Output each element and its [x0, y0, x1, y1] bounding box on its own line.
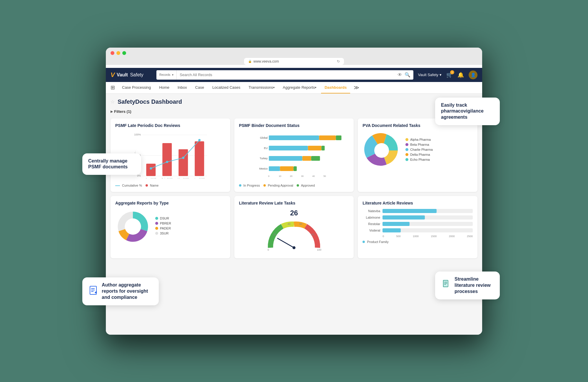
minimize-dot[interactable] [116, 51, 120, 55]
cart-badge: 1 [450, 70, 454, 74]
svg-rect-39 [269, 156, 302, 161]
svg-rect-19 [195, 141, 204, 176]
callout-bottom-right: Streamline literature review processes [435, 272, 500, 299]
svg-text:40: 40 [312, 175, 315, 177]
bar-row-restolar: Restolar [363, 222, 473, 226]
nav-item-inbox[interactable]: Inbox [174, 82, 191, 93]
logo-area: V Vault Safety [111, 71, 152, 79]
bar-fill-restolar [382, 222, 410, 226]
close-dot[interactable] [111, 51, 114, 55]
chart1-legend: Cumulative % Name [115, 184, 225, 187]
nav-more-icon[interactable]: ≫ [351, 84, 362, 91]
browser-dots [111, 51, 477, 55]
search-icon[interactable]: 🔍 [405, 72, 410, 78]
horiz-bar-chart: Natevba Labrinone [363, 209, 473, 238]
nav-item-transmissions[interactable]: Transmissions [245, 82, 278, 93]
x-tick-2500: 2500 [467, 235, 473, 238]
bar-bg-labrinone [382, 215, 473, 220]
callout-bottom-left: Author aggregate reports for oversight a… [82, 277, 159, 305]
legend-delta: Delta Pharma [405, 153, 432, 156]
records-label: Records [159, 73, 170, 76]
donut-area: DSUR PBRER PADER [115, 209, 225, 244]
pie-chart-area: Alpha Pharma Beta Pharma Charlie Pharma [363, 131, 473, 170]
svg-text:Mar 2025: Mar 2025 [178, 177, 189, 178]
legend-product-family: Product Family [363, 240, 388, 244]
bar-fill-natevba [382, 209, 437, 213]
bar-row-labrinone: Labrinone [363, 215, 473, 220]
legend-pending: Pending Approval [263, 184, 293, 187]
dashboard-title: SafetyDocs Dashboard [118, 98, 182, 105]
edit-document-icon [88, 285, 99, 298]
bar-fill-labrinone [382, 215, 425, 220]
browser-chrome: 🔒 www.veeva.com ↻ [106, 48, 482, 65]
bar-label-natevba: Natevba [363, 209, 380, 213]
nav-item-case-processing[interactable]: Case Processing [118, 82, 154, 93]
nav-item-home[interactable]: Home [156, 82, 173, 93]
svg-text:40: 40 [288, 222, 290, 225]
vault-logo-v: V [111, 71, 115, 79]
bar-label-voderal: Voderal [363, 229, 380, 232]
callout-bottom-right-text: Streamline literature review processes [455, 276, 494, 294]
svg-text:EU: EU [264, 147, 268, 150]
vault-safety-arrow: ▾ [440, 73, 442, 77]
svg-point-51 [374, 143, 389, 158]
x-tick-1500: 1500 [431, 235, 437, 238]
svg-rect-38 [321, 146, 325, 150]
nav-item-case[interactable]: Case [192, 82, 208, 93]
dashboard-header: ☆ SafetyDocs Dashboard [111, 98, 477, 105]
svg-point-20 [150, 167, 152, 170]
nav-item-aggregate-reports[interactable]: Aggregate Reports [279, 82, 320, 93]
app-header: V Vault Safety Records ▾ 👁 [106, 68, 482, 82]
records-dropdown[interactable]: Records ▾ [156, 70, 176, 80]
svg-point-21 [166, 161, 168, 163]
svg-text:Feb 2025: Feb 2025 [161, 177, 173, 178]
nav-item-dashboards[interactable]: Dashboards [321, 82, 350, 93]
url-bar: 🔒 www.veeva.com ↻ [244, 58, 344, 65]
search-input-wrap: 👁 🔍 [176, 70, 413, 80]
bell-icon[interactable]: 🔔 [457, 72, 464, 78]
url-text: www.veeva.com [253, 59, 279, 63]
svg-text:20: 20 [273, 233, 276, 236]
legend-approved: Approved [297, 184, 315, 187]
svg-text:20: 20 [290, 175, 293, 177]
legend-beta: Beta Pharma [405, 143, 432, 146]
legend-cumulative: Cumulative % [115, 184, 142, 187]
browser-window: 🔒 www.veeva.com ↻ V Vault Safety Records [106, 48, 482, 335]
maximize-dot[interactable] [122, 51, 126, 55]
charts-grid: PSMF Late Periodic Doc Reviews 100% 50% … [111, 118, 477, 258]
svg-text:100%: 100% [134, 133, 141, 136]
callout-top-right-text: Easily track pharmacovigilance agreement… [441, 102, 494, 120]
legend-charlie: Charlie Pharma [405, 148, 432, 151]
reload-icon[interactable]: ↻ [337, 59, 340, 63]
svg-text:0: 0 [268, 248, 269, 251]
cart-icon[interactable]: 🛒 1 [446, 72, 453, 78]
filters-bar: ▶ Filters (1) [111, 109, 477, 114]
filters-label: Filters (1) [114, 109, 131, 114]
svg-point-22 [182, 157, 184, 159]
callout-bottom-left-text: Author aggregate reports for oversight a… [102, 282, 153, 300]
document-icon [441, 279, 452, 292]
svg-rect-35 [336, 135, 341, 140]
bar-fill-voderal [382, 228, 400, 232]
legend-pader: PADER [155, 227, 171, 230]
svg-text:100: 100 [317, 248, 321, 251]
search-input[interactable] [180, 73, 397, 77]
vault-safety-menu[interactable]: Vault Safety ▾ [418, 73, 442, 77]
svg-text:0: 0 [268, 175, 270, 177]
callout-left: Centrally manage PSMF documents [82, 153, 141, 175]
svg-rect-16 [146, 164, 156, 176]
filters-toggle[interactable]: ▶ Filters (1) [111, 109, 131, 114]
chart-psmf-late-title: PSMF Late Periodic Doc Reviews [115, 123, 225, 128]
svg-rect-37 [308, 146, 321, 150]
user-avatar[interactable]: 👤 [469, 71, 477, 79]
callout-left-text: Centrally manage PSMF documents [88, 158, 135, 170]
dropdown-arrow: ▾ [172, 73, 173, 76]
svg-rect-18 [178, 149, 188, 176]
donut-svg [115, 209, 151, 244]
nav-grid-icon[interactable]: ⊞ [111, 84, 115, 91]
pie-legend: Alpha Pharma Beta Pharma Charlie Pharma [405, 138, 432, 163]
favorite-star-icon[interactable]: ☆ [111, 99, 115, 105]
bar-label-restolar: Restolar [363, 222, 380, 226]
nav-item-localized-cases[interactable]: Localized Cases [209, 82, 244, 93]
svg-text:Jan 2025: Jan 2025 [146, 177, 156, 178]
